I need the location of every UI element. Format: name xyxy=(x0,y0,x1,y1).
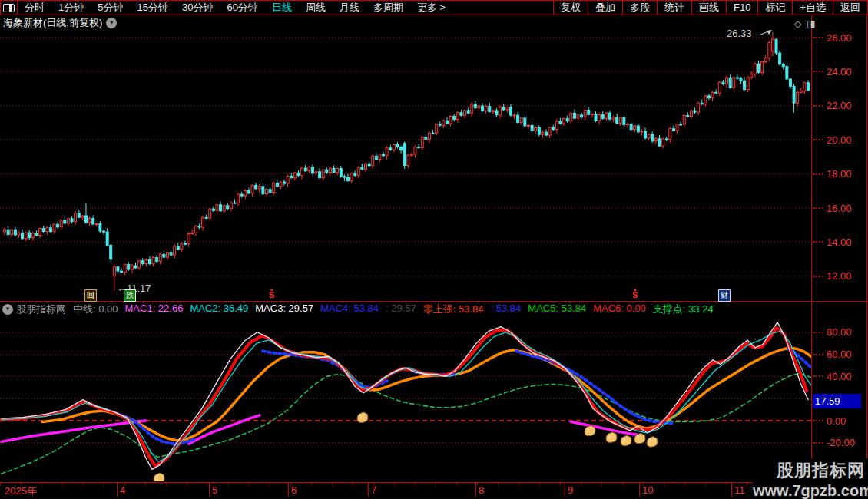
indicator-field: MAC3: 29.57 xyxy=(255,302,313,316)
month-separator xyxy=(209,483,210,497)
event-mark-回-icon: 回 xyxy=(84,289,97,302)
tool-item-标记[interactable]: 标记 xyxy=(757,1,792,15)
price-axis-label: 18.00 xyxy=(813,169,864,180)
signal-s-icon: ▲S xyxy=(269,288,274,299)
tool-item-多股[interactable]: 多股 xyxy=(622,1,657,15)
right-axis-line xyxy=(811,15,812,482)
last-value-badge: 17.59 xyxy=(813,394,861,408)
indicator-axis-label: 60.00 xyxy=(813,349,864,360)
month-separator xyxy=(639,483,640,497)
period-item-15分钟[interactable]: 15分钟 xyxy=(130,1,174,15)
tool-item-画线[interactable]: 画线 xyxy=(691,1,726,15)
chart-title: 海象新材(日线,前复权) xyxy=(3,16,102,30)
grid-leader xyxy=(813,354,823,355)
event-mark-跌-icon: 跌 xyxy=(124,289,136,302)
collapse-chart-button[interactable]: ▾ xyxy=(106,18,117,28)
indicator-axis-label: 40.00 xyxy=(813,371,864,382)
tool-item-复权[interactable]: 复权 xyxy=(553,1,588,15)
period-item-5分钟[interactable]: 5分钟 xyxy=(91,1,130,15)
tool-item-统计[interactable]: 统计 xyxy=(657,1,691,15)
period-item-月线[interactable]: 月线 xyxy=(333,1,366,15)
indicator-field: MAC4: 53.84 xyxy=(320,302,379,316)
indicator-field: MAC2: 36.49 xyxy=(190,302,248,316)
split-window-icon xyxy=(3,4,15,12)
screen-right-border xyxy=(866,15,867,482)
buy-signal-icon xyxy=(647,437,658,448)
period-menu: 分时1分钟5分钟15分钟30分钟60分钟日线周线月线多周期更多 > xyxy=(18,1,452,15)
tool-item-返回[interactable]: 返回 xyxy=(833,1,867,15)
price-axis-label: 16.00 xyxy=(813,203,864,213)
event-mark-财-icon: 财 xyxy=(718,289,731,302)
tool-item-F10[interactable]: F10 xyxy=(726,1,757,15)
grid-leader xyxy=(813,375,823,377)
period-item-分时[interactable]: 分时 xyxy=(18,1,51,15)
grid-leader xyxy=(813,442,823,444)
buy-signal-icon xyxy=(621,435,631,446)
period-item-60分钟[interactable]: 60分钟 xyxy=(220,1,264,15)
indicator-field: MAC1: 22.66 xyxy=(125,302,184,316)
price-axis-label: 14.00 xyxy=(813,236,864,247)
period-item-周线[interactable]: 周线 xyxy=(299,1,333,15)
tool-item-叠加[interactable]: 叠加 xyxy=(588,1,622,15)
month-separator xyxy=(288,483,289,497)
indicator-axis-label: 0.00 xyxy=(813,415,864,426)
signal-s-icon: ▲S xyxy=(632,288,638,299)
grid-leader xyxy=(813,241,823,243)
price-axis-label: 12.00 xyxy=(813,271,864,282)
window-split-button[interactable] xyxy=(1,1,18,15)
panel-toggle-icon[interactable]: ◨ xyxy=(807,18,815,29)
indicator-source: 股朋指标网 xyxy=(16,302,66,316)
period-item-1分钟[interactable]: 1分钟 xyxy=(51,1,91,15)
month-label-11: 11 xyxy=(734,484,745,496)
indicator-field: MAC5: 53.84 xyxy=(528,302,586,316)
price-axis-label: 20.00 xyxy=(813,134,864,145)
period-item-日线[interactable]: 日线 xyxy=(265,1,299,15)
month-label-4: 4 xyxy=(120,484,125,496)
indicator-field: : 29.57 xyxy=(386,302,416,316)
time-axis[interactable]: 2025年 4567891011 xyxy=(0,482,868,499)
watermark-site-name: 股朋指标网 xyxy=(753,459,865,482)
month-separator xyxy=(731,483,732,497)
price-and-indicator-canvas xyxy=(0,0,868,499)
indicator-field: 支撑点: 33.24 xyxy=(653,302,714,316)
diamond-icon[interactable]: ◇ xyxy=(794,18,801,29)
grid-leader xyxy=(813,332,823,333)
price-axis-label: 26.00 xyxy=(813,32,864,43)
collapse-indicator-button[interactable]: ▾ xyxy=(2,304,13,315)
tools-menu: 复权叠加多股统计画线F10标记+自选返回 xyxy=(553,1,867,15)
grid-leader xyxy=(813,71,823,72)
period-item-多周期[interactable]: 多周期 xyxy=(366,1,410,15)
month-separator xyxy=(565,483,565,497)
month-label-9: 9 xyxy=(568,484,573,496)
buy-signal-icon xyxy=(357,412,368,423)
price-axis-label: 24.00 xyxy=(813,66,864,77)
chart-title-bar: 海象新材(日线,前复权) ▾ xyxy=(0,15,811,31)
grid-leader xyxy=(813,105,823,107)
top-toolbar: 分时1分钟5分钟15分钟30分钟60分钟日线周线月线多周期更多 > 复权叠加多股… xyxy=(0,0,868,15)
month-label-10: 10 xyxy=(642,484,653,496)
indicator-axis-label: -20.00 xyxy=(813,438,864,448)
grid-leader xyxy=(813,420,823,421)
grid-leader xyxy=(813,37,823,38)
period-item-更多 >[interactable]: 更多 > xyxy=(410,1,452,15)
chevron-down-icon: ▾ xyxy=(6,306,10,312)
price-axis-label: 22.00 xyxy=(813,101,864,111)
period-item-30分钟[interactable]: 30分钟 xyxy=(175,1,220,15)
month-label-5: 5 xyxy=(212,484,217,496)
tool-item-+自选[interactable]: +自选 xyxy=(792,1,833,15)
month-label-8: 8 xyxy=(479,484,484,496)
indicator-header: ▾ 股朋指标网 中线: 0.00MAC1: 22.66MAC2: 36.49MA… xyxy=(0,302,811,316)
buy-signal-icon xyxy=(585,425,595,436)
last-value: 17.59 xyxy=(815,395,840,407)
month-separator xyxy=(475,483,476,497)
grid-leader xyxy=(813,173,823,175)
indicator-field: MAC6: 0.00 xyxy=(593,302,646,316)
month-separator xyxy=(368,483,369,497)
grid-leader xyxy=(813,276,823,277)
watermark: 股朋指标网 www.7gpzb.com xyxy=(753,458,868,499)
grid-leader xyxy=(813,207,823,209)
month-label-6: 6 xyxy=(291,484,297,496)
month-label-7: 7 xyxy=(371,484,376,496)
indicator-field: : 53.84 xyxy=(491,302,522,316)
indicator-values: 中线: 0.00MAC1: 22.66MAC2: 36.49MAC3: 29.5… xyxy=(66,302,714,316)
